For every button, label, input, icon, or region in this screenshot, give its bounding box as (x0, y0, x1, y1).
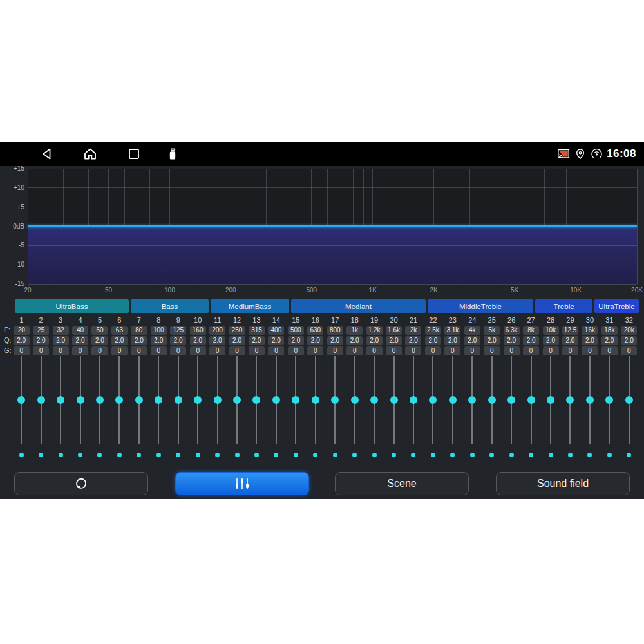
gain-slider[interactable] (384, 356, 403, 444)
slider-knob[interactable] (17, 396, 25, 404)
slider-knob[interactable] (370, 396, 378, 404)
band-q-value: 2.0 (268, 336, 284, 345)
band-frequency-value: 3.1k (444, 326, 460, 335)
gain-slider[interactable] (227, 356, 247, 444)
slider-knob[interactable] (214, 396, 222, 404)
slider-knob[interactable] (155, 396, 162, 404)
gain-slider[interactable] (620, 356, 639, 444)
slider-knob[interactable] (625, 396, 633, 404)
slider-knob[interactable] (57, 396, 64, 404)
gain-slider[interactable] (149, 356, 168, 444)
band-dot (274, 453, 278, 457)
reset-button[interactable] (14, 472, 148, 495)
band-frequency-value: 5k (484, 326, 500, 335)
recents-icon[interactable] (126, 146, 142, 162)
gain-slider[interactable] (462, 356, 482, 444)
gain-slider[interactable] (267, 356, 286, 444)
band-dot (39, 453, 43, 457)
slider-knob[interactable] (547, 396, 554, 404)
slider-knob[interactable] (115, 396, 123, 404)
gain-slider[interactable] (345, 356, 364, 444)
band-number: 9 (176, 316, 180, 324)
gain-slider[interactable] (521, 356, 540, 444)
slider-knob[interactable] (272, 396, 280, 404)
slider-knob[interactable] (175, 396, 182, 404)
equalizer-button[interactable] (175, 472, 309, 495)
band-q-value: 2.0 (170, 336, 186, 345)
scene-button[interactable]: Scene (335, 472, 469, 495)
slider-knob[interactable] (507, 396, 515, 404)
band-gain-value: 0 (464, 346, 480, 355)
gain-slider[interactable] (306, 356, 325, 444)
slider-knob[interactable] (488, 396, 496, 404)
gain-slider[interactable] (31, 356, 50, 444)
gain-slider[interactable] (365, 356, 384, 444)
band-number: 19 (370, 316, 378, 324)
freq-value-row: 2025324050638010012516020025031540050063… (12, 325, 639, 335)
slider-knob[interactable] (429, 396, 437, 404)
slider-knob[interactable] (527, 396, 535, 404)
gain-slider[interactable] (423, 356, 442, 444)
slider-knob[interactable] (37, 396, 45, 404)
gain-slider[interactable] (169, 356, 188, 444)
gain-slider[interactable] (12, 356, 31, 444)
gain-slider[interactable] (109, 356, 129, 444)
slider-knob[interactable] (252, 396, 260, 404)
slider-knob[interactable] (468, 396, 476, 404)
slider-knob[interactable] (194, 396, 202, 404)
slider-knob[interactable] (449, 396, 457, 404)
db-tick-label: -15 (0, 280, 24, 287)
gain-slider[interactable] (188, 356, 207, 444)
band-number: 16 (312, 316, 319, 324)
slider-knob[interactable] (390, 396, 398, 404)
slider-knob[interactable] (410, 396, 417, 404)
band-gain-value: 0 (543, 346, 559, 355)
gain-slider[interactable] (90, 356, 109, 444)
gain-slider[interactable] (325, 356, 345, 444)
band-number: 29 (566, 316, 574, 324)
home-icon[interactable] (82, 146, 98, 162)
slider-knob[interactable] (135, 396, 143, 404)
gain-slider[interactable] (207, 356, 227, 444)
gain-slider[interactable] (51, 356, 70, 444)
slider-knob[interactable] (331, 396, 339, 404)
band-indicator-dots (12, 451, 639, 459)
slider-knob[interactable] (586, 396, 594, 404)
slider-knob[interactable] (96, 396, 104, 404)
band-group-bar: UltraBassBassMediumBassMediantMiddleTreb… (15, 299, 639, 313)
band-number: 25 (488, 316, 496, 324)
band-q-value: 2.0 (601, 336, 618, 345)
gain-slider[interactable] (580, 356, 600, 444)
freq-tick-label: 1K (369, 287, 377, 294)
freq-tick-label: 500 (306, 287, 317, 294)
gain-slider[interactable] (404, 356, 423, 444)
gain-slider[interactable] (502, 356, 521, 444)
gain-slider[interactable] (286, 356, 305, 444)
band-q-value: 2.0 (582, 336, 598, 345)
band-gain-value: 0 (249, 346, 265, 355)
gain-slider[interactable] (541, 356, 560, 444)
gain-slider[interactable] (600, 356, 619, 444)
slider-knob[interactable] (233, 396, 241, 404)
sound-field-button[interactable]: Sound field (496, 472, 630, 495)
band-number: 27 (527, 316, 535, 324)
freq-tick-label: 100 (164, 287, 175, 294)
slider-knob[interactable] (312, 396, 319, 404)
slider-knob[interactable] (77, 396, 84, 404)
band-number: 10 (194, 316, 202, 324)
slider-knob[interactable] (292, 396, 299, 404)
gain-slider[interactable] (70, 356, 90, 444)
gain-slider[interactable] (129, 356, 149, 444)
slider-knob[interactable] (566, 396, 574, 404)
gain-slider[interactable] (482, 356, 502, 444)
slider-knob[interactable] (605, 396, 613, 404)
band-dot (489, 453, 494, 457)
gain-slider[interactable] (443, 356, 462, 444)
band-dot (509, 453, 514, 457)
back-icon[interactable] (40, 146, 55, 162)
slider-knob[interactable] (351, 396, 359, 404)
gain-slider[interactable] (247, 356, 266, 444)
band-frequency-value: 18k (601, 326, 618, 335)
band-dot (529, 453, 533, 457)
gain-slider[interactable] (560, 356, 580, 444)
